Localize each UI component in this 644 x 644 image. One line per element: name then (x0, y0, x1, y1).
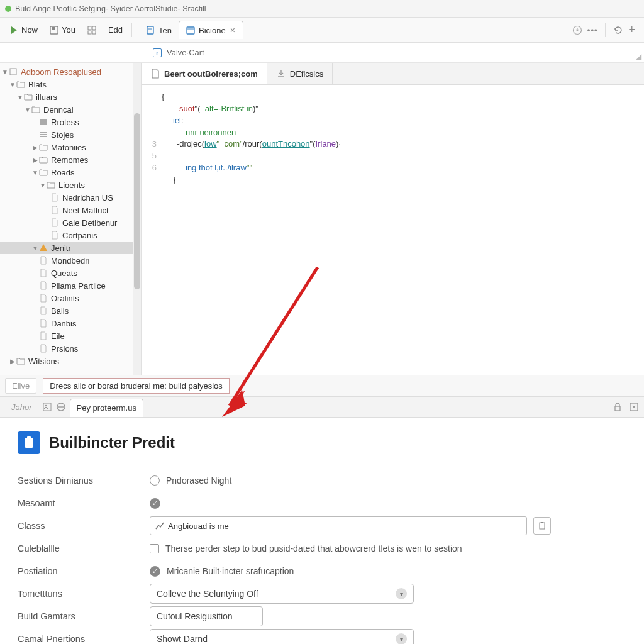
edd-label: Edd (108, 25, 123, 35)
tree-item[interactable]: Balls (0, 304, 141, 317)
row-culeb-label: Culeblallle (18, 543, 150, 553)
window-title: Buld Ange Peoflic Setging- Syider Aorrol… (15, 4, 206, 13)
add-icon[interactable]: + (628, 23, 635, 36)
tree-item[interactable]: Queats (0, 267, 141, 279)
tree-item[interactable]: Gale Detibenur (0, 216, 141, 229)
run-button[interactable]: Now (4, 22, 43, 38)
class-browse-button[interactable] (533, 517, 551, 535)
panel-tab-active[interactable]: Pey proteerm.us (70, 399, 143, 417)
svg-rect-28 (27, 436, 31, 439)
breadcrumb-icon: r (153, 48, 162, 57)
svg-rect-11 (10, 69, 16, 75)
svg-rect-6 (147, 26, 153, 34)
file-icon (50, 193, 59, 202)
tree-item[interactable]: Prsions (0, 342, 141, 355)
expand-icon[interactable] (629, 402, 639, 412)
calendar-icon (186, 25, 196, 35)
editor-tabstrip: Ten Bicione × (138, 21, 243, 39)
check-culeb-label: Therse perder step to bud pusid-dated th… (165, 543, 462, 553)
tree-item[interactable]: ▶Witsions (0, 355, 141, 367)
image-icon[interactable] (42, 402, 52, 412)
doc-icon (145, 25, 155, 35)
combo-camal[interactable]: Showt Darnd▾ (150, 629, 414, 644)
editor-tab-label: Beert ooutBoireres;com (164, 69, 258, 79)
tab-ten-label: Ten (158, 26, 172, 35)
tree-item[interactable]: Rrotess (0, 116, 141, 128)
svg-rect-27 (25, 438, 33, 448)
tree-item[interactable]: ▶Matoniies (0, 141, 141, 153)
refresh-icon[interactable] (613, 25, 623, 35)
editor-tab-active[interactable]: Beert ooutBoireres;com (142, 63, 267, 84)
tree-item[interactable]: ▼Lioents (0, 179, 141, 191)
check-culeb[interactable] (150, 544, 159, 553)
main-area: ▼Adboom Resoaplused ▼Blats ▼illuars ▼Den… (0, 63, 644, 375)
traffic-light-green[interactable] (5, 6, 11, 12)
lock-icon[interactable] (613, 402, 623, 412)
module-icon (9, 67, 18, 76)
file-icon (39, 319, 48, 328)
folder-icon (16, 80, 25, 89)
edd-button[interactable]: Edd (103, 22, 128, 38)
row-sessions-label: Sestions Dimianus (18, 475, 150, 486)
tree-item[interactable]: Nedrichan US (0, 191, 141, 204)
tree-root[interactable]: ▼Adboom Resoaplused (0, 65, 141, 78)
file-icon (39, 281, 48, 290)
you-button[interactable]: You (44, 22, 80, 38)
folder-icon (47, 180, 55, 189)
editor-tab-2[interactable]: DEficsics (267, 63, 333, 84)
svg-rect-14 (40, 123, 47, 125)
file-icon (39, 344, 48, 353)
tree-item[interactable]: Eile (0, 330, 141, 342)
tree-item[interactable]: Cortpanis (0, 229, 141, 242)
tree-item[interactable]: Stojes (0, 128, 141, 141)
tree-item[interactable]: Mondbedri (0, 254, 141, 267)
properties-form: Builbincter Predit Sestions Dimianus Pnd… (0, 418, 644, 644)
stop-icon[interactable] (56, 402, 66, 412)
file-icon (39, 294, 48, 303)
tab-bicione[interactable]: Bicione × (179, 21, 243, 39)
tree-item[interactable]: Pilama Partiice (0, 279, 141, 292)
file-icon (150, 69, 160, 79)
tree-item[interactable]: Danbis (0, 317, 141, 330)
resize-grip-icon[interactable]: ◢ (636, 52, 641, 61)
code-area[interactable]: { suot"(_alt=-Brrtlist in)" iel: nrir ue… (142, 85, 644, 375)
row-post-label: Postiation (18, 566, 150, 576)
status-left[interactable]: Eilve (5, 378, 36, 394)
stack-icon (39, 118, 48, 126)
combo-build[interactable]: Cutoul Resigusition (150, 606, 263, 626)
tree-item-selected[interactable]: ▼Jenitr (0, 242, 141, 254)
class-input[interactable]: Angbiouad is me (150, 516, 527, 535)
sidebar-scrollbar[interactable] (133, 63, 141, 375)
class-input-value: Angbiouad is me (168, 521, 229, 531)
tab-ten[interactable]: Ten (138, 21, 179, 39)
download-icon[interactable] (572, 25, 582, 35)
editor-tabbar: Beert ooutBoireres;com DEficsics (142, 63, 644, 85)
check-post[interactable]: ✓ (150, 566, 160, 577)
svg-rect-29 (540, 523, 545, 529)
svg-rect-25 (615, 406, 620, 411)
folder-icon (16, 357, 25, 365)
scrollbar-thumb[interactable] (134, 113, 140, 289)
radio-pndorased[interactable] (150, 475, 160, 486)
breadcrumb-bar: r Valve·Cart ◢ (0, 43, 644, 63)
clipboard-icon (538, 521, 547, 530)
file-icon (39, 331, 48, 340)
tree-item[interactable]: ▶Remomes (0, 153, 141, 166)
tree-item[interactable]: ▼Blats (0, 78, 141, 91)
check-mesoamt[interactable]: ✓ (150, 498, 160, 509)
svg-rect-30 (541, 522, 543, 523)
radio-pndorased-label: Pndorased Night (166, 475, 231, 486)
tree-item[interactable]: Oralints (0, 292, 141, 304)
more-icon[interactable]: ••• (587, 25, 598, 35)
breadcrumb-text: Valve·Cart (167, 48, 204, 57)
tab-close-icon[interactable]: × (229, 25, 236, 35)
combo-tomet[interactable]: Colleve the Seluntying Off▾ (150, 584, 414, 604)
tree-item[interactable]: Neet Matfuct (0, 204, 141, 216)
tree-item[interactable]: ▼Roads (0, 166, 141, 179)
grid-button[interactable] (82, 22, 102, 38)
panel-tab-labor[interactable]: Jahor (5, 399, 38, 416)
chevron-down-icon: ▾ (396, 633, 407, 644)
tree-item[interactable]: ▼illuars (0, 91, 141, 103)
bottom-panel-tabs: Jahor Pey proteerm.us (0, 396, 644, 418)
tree-item[interactable]: ▼Denncal (0, 103, 141, 116)
